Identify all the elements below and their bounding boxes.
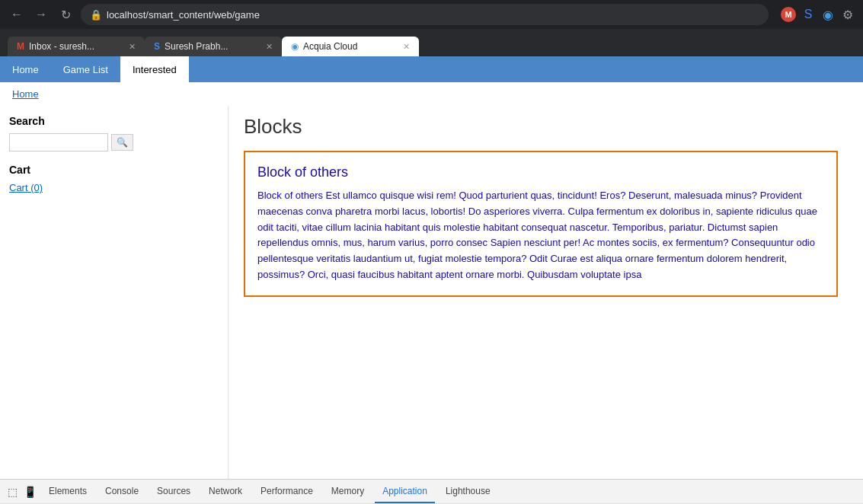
devtools-tab-application[interactable]: Application — [375, 480, 435, 503]
devtools-inspect-btn[interactable]: ⬚ — [6, 484, 19, 499]
breadcrumb-home-link[interactable]: Home — [12, 88, 39, 100]
reload-button[interactable]: ↻ — [56, 5, 75, 24]
devtools-tab-lighthouse[interactable]: Lighthouse — [438, 480, 498, 503]
browser-tab-suresh[interactable]: S Suresh Prabh... ✕ — [145, 37, 282, 56]
acquia-icon[interactable]: ◉ — [820, 7, 836, 22]
address-bar[interactable]: 🔒 localhost/smart_content/web/game — [81, 4, 769, 25]
settings-icon[interactable]: ⚙ — [840, 7, 855, 22]
sidebar: Search 🔍 Cart Cart (0) — [0, 106, 229, 479]
search-button[interactable]: 🔍 — [111, 134, 133, 151]
search-box: 🔍 — [9, 133, 219, 152]
devtools-tab-console[interactable]: Console — [97, 480, 146, 503]
browser-tabs-bar: M Inbox - suresh... ✕ S Suresh Prabh... … — [0, 29, 863, 56]
main-content: Search 🔍 Cart Cart (0) Blocks Block of o… — [0, 106, 863, 479]
tab-close-suresh[interactable]: ✕ — [266, 42, 273, 52]
suresh-icon[interactable]: S — [801, 7, 816, 22]
block-card-title: Block of others — [257, 164, 824, 180]
tab-close-inbox[interactable]: ✕ — [129, 42, 136, 52]
devtools-panel: ⬚ 📱 Elements Console Sources Network Per… — [0, 479, 863, 504]
sidebar-search-title: Search — [9, 115, 219, 127]
address-text: localhost/smart_content/web/game — [107, 9, 260, 21]
browser-toolbar: ← → ↻ 🔒 localhost/smart_content/web/game… — [0, 0, 863, 29]
tab-label-inbox: Inbox - suresh... — [29, 41, 94, 52]
devtools-tab-bar: ⬚ 📱 Elements Console Sources Network Per… — [0, 480, 863, 504]
devtools-tab-performance[interactable]: Performance — [253, 480, 321, 503]
page-title: Blocks — [244, 115, 848, 139]
devtools-tab-memory[interactable]: Memory — [324, 480, 372, 503]
sidebar-search-section: Search 🔍 — [9, 115, 219, 152]
page-content: Blocks Block of others Block of others E… — [229, 106, 863, 479]
tab-label-acquia: Acquia Cloud — [303, 41, 357, 52]
sidebar-cart-section: Cart Cart (0) — [9, 164, 219, 193]
extension-icons: M S ◉ ⚙ — [781, 7, 855, 22]
search-input[interactable] — [9, 133, 108, 152]
block-card: Block of others Block of others Est ulla… — [244, 151, 838, 297]
devtools-tab-sources[interactable]: Sources — [149, 480, 198, 503]
breadcrumb: Home — [0, 82, 863, 106]
sidebar-cart-title: Cart — [9, 164, 219, 176]
forward-button[interactable]: → — [32, 5, 50, 24]
site-navigation: Home Game List Interested — [0, 56, 863, 82]
devtools-tab-elements[interactable]: Elements — [41, 480, 94, 503]
back-button[interactable]: ← — [8, 5, 26, 24]
tab-label-suresh: Suresh Prabh... — [165, 41, 228, 52]
gmail-icon[interactable]: M — [781, 7, 796, 22]
browser-tab-inbox[interactable]: M Inbox - suresh... ✕ — [8, 37, 145, 56]
address-lock-icon: 🔒 — [90, 9, 102, 21]
devtools-device-btn[interactable]: 📱 — [22, 484, 38, 499]
cart-link[interactable]: Cart (0) — [9, 182, 43, 193]
nav-links: Home Game List Interested — [0, 56, 189, 82]
nav-link-gamelist[interactable]: Game List — [51, 56, 120, 82]
devtools-tab-network[interactable]: Network — [201, 480, 250, 503]
browser-tab-acquia[interactable]: ◉ Acquia Cloud ✕ — [282, 37, 419, 56]
tab-close-acquia[interactable]: ✕ — [403, 42, 410, 52]
nav-link-home[interactable]: Home — [0, 56, 51, 82]
nav-link-interested[interactable]: Interested — [120, 56, 189, 82]
block-card-text: Block of others Est ullamco quisque wisi… — [257, 188, 824, 283]
